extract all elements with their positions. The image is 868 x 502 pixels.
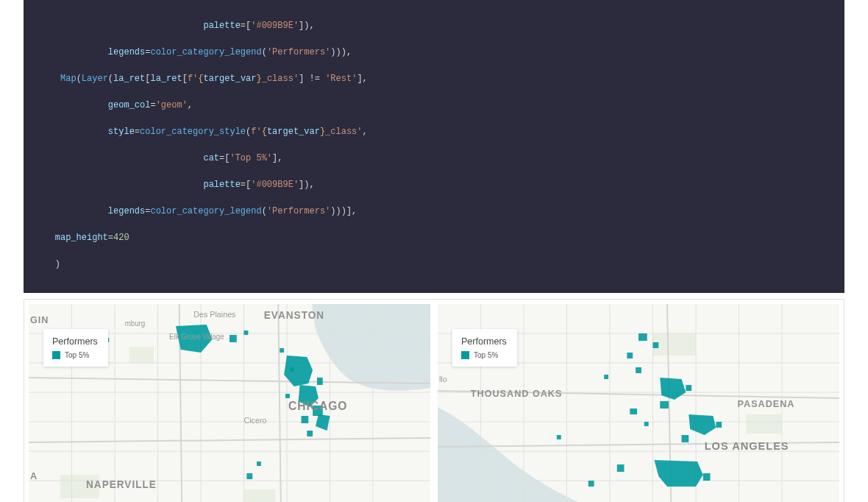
svg-rect-67 [644,422,649,426]
label-chicago: CHICAGO [288,400,347,412]
legend-item-label: Top 5% [65,351,89,359]
svg-rect-28 [290,367,294,372]
svg-rect-33 [307,431,313,436]
svg-rect-27 [302,416,309,423]
label-pasadena: PASADENA [738,398,795,409]
legend-title: Performers [461,336,507,347]
svg-rect-23 [230,335,237,342]
svg-rect-34 [285,394,290,398]
code-cell: palette=['#009B9E']), legends=color_cate… [24,0,844,293]
svg-rect-24 [244,330,249,335]
svg-rect-63 [703,473,711,481]
svg-rect-59 [686,385,691,391]
svg-rect-66 [630,409,637,414]
legend-item-label: Top 5% [474,351,498,359]
label-a: A [30,470,37,481]
svg-rect-61 [716,422,722,428]
map-output-container: EVANSTON CHICAGO NAPERVILLE Cicero Des P… [24,299,844,502]
legend-la: Performers Top 5% [452,329,517,367]
legend-swatch [52,351,60,359]
label-naperville: NAPERVILLE [86,478,157,490]
legend-title: Performers [52,336,98,347]
svg-rect-57 [627,353,633,358]
svg-rect-36 [653,333,697,356]
svg-rect-30 [246,473,252,479]
label-losangeles: LOS ANGELES [705,440,789,452]
svg-rect-55 [638,333,647,341]
label-schaumburg: mburg [125,319,146,328]
label-desplaines: Des Plaines [193,310,236,319]
legend-row: Top 5% [461,351,507,359]
svg-rect-58 [636,367,641,373]
svg-rect-25 [317,378,323,385]
svg-rect-69 [588,481,594,487]
svg-rect-60 [660,401,669,409]
svg-rect-65 [604,375,608,379]
map-la[interactable]: THOUSAND OAKS PASADENA LOS ANGELES llo P… [438,304,839,502]
label-gin: GIN [30,314,49,325]
svg-rect-68 [557,435,561,439]
svg-rect-64 [617,464,625,472]
svg-rect-31 [257,462,261,466]
svg-rect-29 [280,348,284,353]
svg-rect-2 [129,347,154,363]
label-evanston: EVANSTON [264,309,324,321]
legend-swatch [461,351,469,359]
map-chicago[interactable]: EVANSTON CHICAGO NAPERVILLE Cicero Des P… [29,304,430,502]
label-llo: llo [439,375,447,383]
svg-rect-62 [682,435,689,442]
svg-rect-37 [746,414,782,434]
svg-rect-56 [653,342,659,348]
label-cicero: Cicero [244,416,267,425]
legend-row: Top 5% [52,351,98,359]
legend-chicago: Performers Top 5% [43,329,108,367]
label-elkgrove: Elk Grove Village [169,333,224,341]
label-thousandoaks: THOUSAND OAKS [471,388,563,399]
svg-rect-3 [244,489,276,502]
